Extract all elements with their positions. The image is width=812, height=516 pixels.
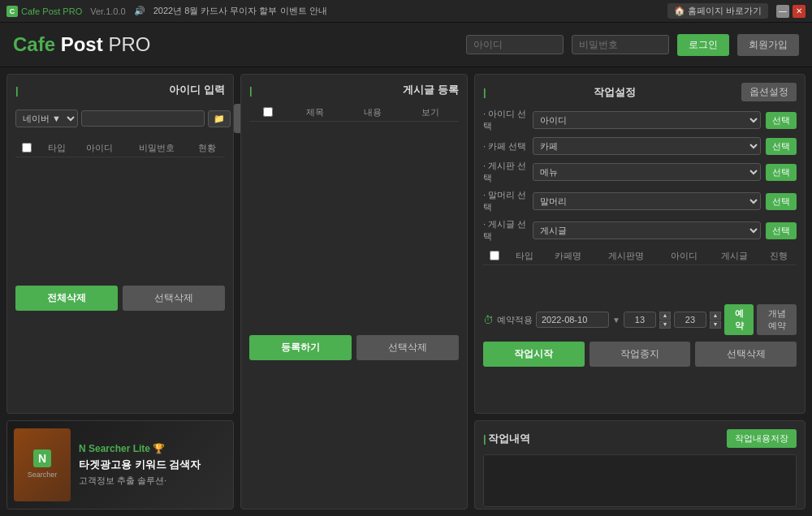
cafe-select-label: · 카페 선택 — [483, 140, 528, 153]
min-up-button[interactable]: ▲ — [710, 312, 721, 320]
post-table: 제목 내용 보기 — [249, 104, 459, 122]
login-id-input[interactable] — [466, 35, 564, 54]
schedule-date-input[interactable] — [536, 312, 609, 328]
id-table-check-all[interactable] — [22, 143, 32, 153]
work-col-type: 타입 — [507, 247, 543, 265]
hour-down-button[interactable]: ▼ — [659, 320, 671, 329]
board-select-dropdown[interactable]: 메뉴 — [533, 163, 761, 181]
header-logo: Cafe Post PRO — [13, 33, 458, 56]
hour-up-button[interactable]: ▲ — [659, 312, 671, 320]
logo-cafe: Cafe — [13, 33, 55, 55]
post-registration-panel: 게시글 등록 제목 내용 보기 등록하기 선택삭제 — [240, 74, 468, 510]
delete-selected-id-button[interactable]: 선택삭제 — [123, 286, 225, 311]
ad-text: N Searcher Lite 🏆 타겟광고용 키워드 검색자 고객정보 추출 … — [79, 443, 227, 487]
id-select-dropdown[interactable]: 아이디 — [533, 111, 761, 129]
board-select-row: · 게시판 선택 메뉴 선택 — [483, 160, 797, 184]
logo-post: Post — [55, 33, 103, 55]
col-pw: 비밀번호 — [125, 140, 189, 157]
delete-selected-post-button[interactable]: 선택삭제 — [356, 335, 459, 360]
right-panel: 작업설정 옵션설정 · 아이디 선택 아이디 선택 · 카페 선택 카페 선택 … — [474, 74, 806, 510]
delete-work-button[interactable]: 선택삭제 — [695, 342, 797, 367]
prefix-select-button[interactable]: 선택 — [766, 193, 797, 210]
work-table-check-all[interactable] — [490, 251, 499, 260]
col-status: 현황 — [189, 140, 225, 157]
id-text-field[interactable] — [81, 110, 205, 127]
save-history-button[interactable]: 작업내용저장 — [727, 429, 797, 448]
ad-brand: N Searcher Lite 🏆 — [79, 443, 227, 454]
folder-button[interactable]: 📁 — [208, 110, 231, 127]
options-button[interactable]: 옵션설정 — [741, 83, 797, 101]
post-select-label: · 게시글 선택 — [483, 218, 528, 243]
id-input-row: 네이버 ▼ 📁 추가 — [15, 104, 225, 133]
notice-text: 2022년 8월 카드사 무이자 할부 이벤트 안내 — [153, 5, 659, 17]
window-controls: — ✕ — [776, 5, 806, 18]
work-settings-title: 작업설정 옵션설정 — [483, 83, 797, 101]
prefix-select-dropdown[interactable]: 말머리 — [533, 192, 761, 210]
work-col-board: 게시판명 — [594, 247, 659, 265]
stop-work-button[interactable]: 작업종지 — [590, 342, 691, 367]
post-col-title: 제목 — [287, 104, 344, 122]
schedule-hour-input[interactable] — [624, 312, 656, 328]
prefix-select-row: · 말머리 선택 말머리 선택 — [483, 189, 797, 213]
col-type: 타입 — [38, 140, 74, 157]
app-icon: C — [6, 6, 18, 17]
delete-all-button[interactable]: 전체삭제 — [15, 286, 118, 311]
start-work-button[interactable]: 작업시작 — [483, 342, 585, 367]
schedule-min-input[interactable] — [674, 312, 706, 328]
hour-stepper: ▲ ▼ — [659, 312, 671, 329]
header: Cafe Post PRO 로그인 회원가입 — [0, 23, 812, 67]
home-button[interactable]: 🏠 홈페이지 바로가기 — [667, 3, 768, 19]
work-col-progress: 진행 — [760, 247, 797, 265]
post-select-dropdown[interactable]: 게시글 — [533, 221, 761, 239]
post-table-check-all[interactable] — [263, 107, 273, 117]
login-pw-input[interactable] — [572, 35, 669, 54]
post-col-content: 내용 — [343, 104, 401, 122]
min-down-button[interactable]: ▼ — [710, 320, 721, 329]
work-table: 타입 카페명 게시판명 아이디 게시글 진행 — [483, 247, 797, 265]
id-select-button[interactable]: 선택 — [766, 112, 797, 129]
app-title: Cafe Post PRO — [21, 6, 82, 16]
board-select-label: · 게시판 선택 — [483, 160, 528, 184]
ad-image: N Searcher — [14, 428, 71, 501]
col-id: 아이디 — [75, 140, 125, 157]
post-col-view: 보기 — [401, 104, 459, 122]
close-button[interactable]: ✕ — [793, 5, 806, 18]
register-button[interactable]: 등록하기 — [249, 335, 352, 360]
ad-banner[interactable]: N Searcher N Searcher Lite 🏆 타겟광고용 키워드 검… — [6, 420, 234, 510]
speaker-icon: 🔊 — [134, 6, 145, 16]
id-panel-title: 아이디 입력 — [15, 83, 225, 97]
work-col-id: 아이디 — [659, 247, 709, 265]
main-content: 아이디 입력 네이버 ▼ 📁 추가 타입 아이디 비밀번호 현황 — [0, 67, 812, 516]
cafe-select-button[interactable]: 선택 — [766, 138, 797, 155]
left-panel: 아이디 입력 네이버 ▼ 📁 추가 타입 아이디 비밀번호 현황 — [6, 74, 234, 510]
post-select-button[interactable]: 선택 — [766, 222, 797, 239]
work-history-header: 작업내역 작업내용저장 — [483, 429, 797, 448]
id-select-label: · 아이디 선택 — [483, 108, 528, 132]
date-arrow-icon: ▼ — [612, 316, 620, 325]
naver-select[interactable]: 네이버 ▼ — [15, 110, 78, 127]
signup-button[interactable]: 회원가입 — [737, 34, 799, 56]
minimize-button[interactable]: — — [776, 5, 789, 18]
titlebar: C Cafe Post PRO Ver.1.0.0 🔊 2022년 8월 카드사… — [0, 0, 812, 23]
post-select-row: · 게시글 선택 게시글 선택 — [483, 218, 797, 243]
ad-title-line1: 타겟광고용 키워드 검색자 — [79, 458, 227, 472]
schedule-label: 예약적용 — [497, 314, 533, 326]
work-history-panel: 작업내역 작업내용저장 — [474, 420, 806, 510]
prefix-select-label: · 말머리 선택 — [483, 189, 528, 213]
version-label: Ver.1.0.0 — [90, 6, 125, 16]
cafe-select-dropdown[interactable]: 카페 — [533, 137, 761, 155]
work-action-buttons: 작업시작 작업종지 선택삭제 — [483, 342, 797, 367]
cafe-select-row: · 카페 선택 카페 선택 — [483, 137, 797, 155]
reserve-button[interactable]: 예약 — [724, 304, 754, 335]
work-settings-panel: 작업설정 옵션설정 · 아이디 선택 아이디 선택 · 카페 선택 카페 선택 … — [474, 74, 806, 414]
work-col-post: 게시글 — [710, 247, 760, 265]
id-panel-buttons: 전체삭제 선택삭제 — [15, 286, 225, 311]
middle-panel: 게시글 등록 제목 내용 보기 등록하기 선택삭제 — [240, 74, 468, 510]
schedule-row: ⏱ 예약적용 ▼ ▲ ▼ ▲ ▼ 예약 개념예약 — [483, 304, 797, 335]
ad-subtitle: 고객정보 추출 솔루션· — [79, 475, 227, 487]
concept-reserve-button[interactable]: 개념예약 — [757, 304, 797, 335]
min-stepper: ▲ ▼ — [710, 312, 721, 329]
board-select-button[interactable]: 선택 — [766, 164, 797, 181]
login-button[interactable]: 로그인 — [677, 34, 729, 56]
clock-icon: ⏱ — [483, 314, 494, 326]
